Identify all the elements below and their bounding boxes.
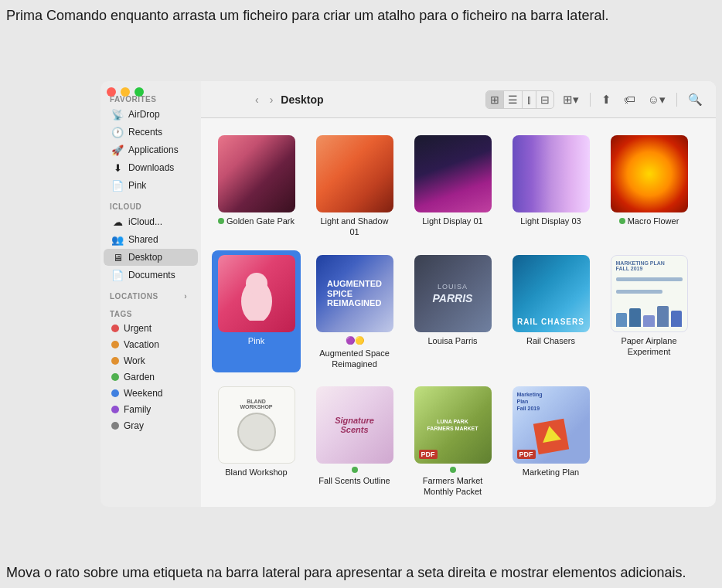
sidebar-item-family[interactable]: Family <box>104 402 198 417</box>
sidebar-item-label: AirDrop <box>128 109 160 120</box>
documents-icon: 📄 <box>111 269 124 281</box>
back-button[interactable]: ‹ <box>252 92 262 107</box>
file-name: Light and Shadow 01 <box>316 216 393 238</box>
file-name: Bland Workshop <box>225 467 288 478</box>
sidebar-item-garden[interactable]: Garden <box>104 369 198 385</box>
file-item-marketing[interactable]: MarketingPlanFall 2019 PDF Marketing Pla… <box>506 382 595 501</box>
tag-button[interactable]: 🏷 <box>620 90 639 108</box>
shared-icon: 👥 <box>111 233 124 246</box>
gallery-view-button[interactable]: ⊟ <box>536 91 553 108</box>
sidebar-item-pink[interactable]: 📄 Pink <box>104 177 198 194</box>
sidebar-item-icloud[interactable]: ☁ iCloud... <box>104 213 198 230</box>
thumb-content: Marketing PlanFall 2019 <box>611 256 687 331</box>
sidebar-item-label: Pink <box>128 180 146 191</box>
icloud-label: iCloud <box>100 195 201 212</box>
locations-label: Locations › <box>100 284 201 302</box>
file-thumbnail: AUGMENTEDSPICEREIMAGINED <box>316 255 393 332</box>
work-tag-dot <box>111 357 119 365</box>
share-button[interactable]: ⬆ <box>598 90 615 109</box>
file-item-light-display3[interactable]: Light Display 03 <box>506 131 595 241</box>
file-name: Light Display 03 <box>520 216 581 226</box>
file-name: Marketing Plan <box>523 467 579 478</box>
file-name: 🟣🟡 Augmented Space Reimagined <box>316 335 393 370</box>
sidebar-item-downloads[interactable]: ⬇ Downloads <box>104 159 198 176</box>
list-view-button[interactable]: ☰ <box>504 91 523 108</box>
sidebar-item-shared[interactable]: 👥 Shared <box>104 231 198 248</box>
sidebar-item-gray[interactable]: Gray <box>104 418 198 433</box>
svg-point-1 <box>246 273 267 294</box>
toolbar-title: Desktop <box>281 93 323 106</box>
file-name: Fall Scents Outline <box>316 467 393 486</box>
sidebar-item-documents[interactable]: 📄 Documents <box>104 267 198 284</box>
thumb-text: AUGMENTEDSPICEREIMAGINED <box>322 274 387 311</box>
vacation-tag-dot <box>111 341 119 348</box>
icloud-icon: ☁ <box>111 216 124 228</box>
sidebar-item-label: Desktop <box>128 252 162 263</box>
gray-tag-dot <box>111 422 119 430</box>
file-thumbnail: SignatureScents <box>316 386 393 464</box>
file-thumbnail: LOUISA PARRIS <box>414 255 492 332</box>
file-thumbnail <box>611 135 688 212</box>
sidebar-item-weekend[interactable]: Weekend <box>104 386 198 401</box>
sidebar-item-work[interactable]: Work <box>104 353 198 369</box>
sidebar-item-vacation[interactable]: Vacation <box>104 337 198 352</box>
pdf-badge: PDF <box>517 450 536 459</box>
sidebar-item-applications[interactable]: 🚀 Applications <box>104 141 198 158</box>
file-item-fall-scents[interactable]: SignatureScents Fall Scents Outline <box>310 382 399 501</box>
maximize-button[interactable] <box>135 87 144 97</box>
tag-label: Garden <box>124 372 155 382</box>
weekend-tag-dot <box>111 389 119 397</box>
file-name: Rail Chasers <box>526 335 575 346</box>
sidebar-item-airdrop[interactable]: 📡 AirDrop <box>104 106 198 123</box>
tag-label: Work <box>124 355 145 366</box>
search-button[interactable]: 🔍 <box>684 90 707 109</box>
applications-icon: 🚀 <box>111 144 124 156</box>
file-name: Farmers Market Monthly Packet <box>414 467 492 498</box>
file-item-macro-flower[interactable]: Macro Flower <box>605 131 693 241</box>
finder-content: ‹ › Desktop ⊞ ☰ ⫿ ⊟ ⊞▾ ⬆ 🏷 ☺▾ 🔍 Golden G… <box>199 81 716 507</box>
urgent-tag-dot <box>111 325 119 332</box>
file-item-rail[interactable]: RAIL CHASERS Rail Chasers <box>506 250 595 373</box>
traffic-lights <box>107 87 144 97</box>
file-item-farmers[interactable]: Luna ParkFarmers Market PDF Farmers Mark… <box>408 382 497 501</box>
sidebar-item-desktop[interactable]: 🖥 Desktop <box>104 249 198 266</box>
file-thumbnail: Marketing PlanFall 2019 <box>611 255 688 332</box>
forward-button[interactable]: › <box>267 92 277 107</box>
file-item-augmented[interactable]: AUGMENTEDSPICEREIMAGINED 🟣🟡 Augmented Sp… <box>310 250 399 373</box>
close-button[interactable] <box>107 87 116 97</box>
icon-view-button[interactable]: ⊞ <box>486 91 504 108</box>
file-name: Paper Airplane Experiment <box>611 335 688 358</box>
file-item-louisa[interactable]: LOUISA PARRIS Louisa Parris <box>408 250 497 373</box>
sidebar-item-label: Applications <box>128 144 179 155</box>
file-item-light-display1[interactable]: Light Display 01 <box>408 131 497 241</box>
recents-icon: 🕐 <box>111 126 124 138</box>
file-name: Macro Flower <box>619 216 679 226</box>
thumb-content: BLANDWORKSHOP <box>219 387 295 463</box>
desktop-icon: 🖥 <box>111 251 124 263</box>
file-thumbnail: BLANDWORKSHOP <box>218 386 295 464</box>
green-dot <box>450 467 456 473</box>
file-item-pink[interactable]: Pink <box>212 250 301 373</box>
file-item-bland[interactable]: BLANDWORKSHOP Bland Workshop <box>212 382 301 501</box>
group-by-button[interactable]: ⊞▾ <box>559 90 583 109</box>
file-item-paper[interactable]: Marketing PlanFall 2019 Paper Airplane E… <box>605 250 693 373</box>
file-item-light-shadow[interactable]: Light and Shadow 01 <box>310 131 399 241</box>
more-options-button[interactable]: ☺▾ <box>644 90 669 109</box>
minimize-button[interactable] <box>121 87 130 97</box>
tag-label: Urgent <box>124 323 152 334</box>
toolbar-separator <box>590 93 591 107</box>
file-name: Golden Gate Park <box>218 216 295 226</box>
file-thumbnail <box>414 135 492 212</box>
green-dot <box>619 218 625 224</box>
sidebar-item-urgent[interactable]: Urgent <box>104 321 198 336</box>
file-item-golden-gate[interactable]: Golden Gate Park <box>212 131 301 241</box>
locations-expand-icon[interactable]: › <box>184 292 192 301</box>
column-view-button[interactable]: ⫿ <box>523 91 536 108</box>
tag-label: Weekend <box>124 388 162 399</box>
sidebar-item-recents[interactable]: 🕐 Recents <box>104 124 198 141</box>
file-name: Louisa Parris <box>427 335 477 346</box>
sidebar-item-label: Recents <box>128 127 162 138</box>
green-dot <box>352 467 358 473</box>
sidebar-item-label: Shared <box>128 234 158 245</box>
file-thumbnail: RAIL CHASERS <box>513 255 590 332</box>
